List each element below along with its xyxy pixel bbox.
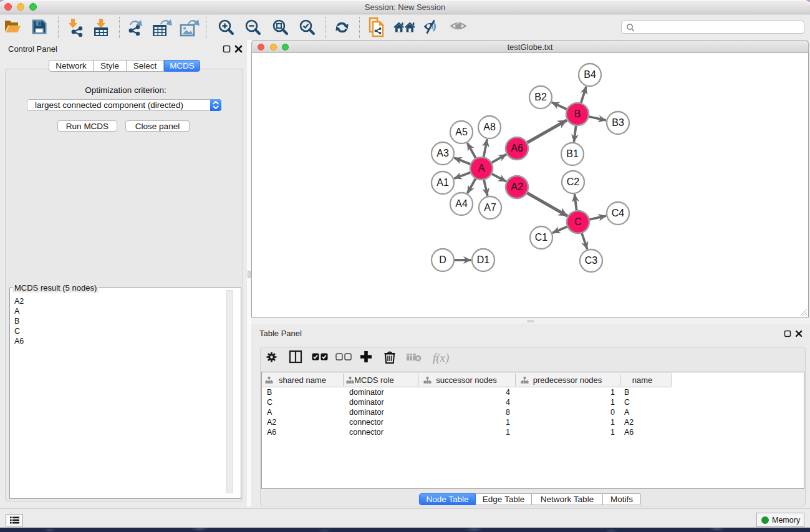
svg-text:B3: B3: [612, 117, 624, 128]
svg-text:C1: C1: [535, 232, 548, 243]
svg-text:A7: A7: [484, 202, 496, 213]
svg-text:A4: A4: [455, 198, 468, 209]
svg-text:A2: A2: [511, 181, 523, 192]
svg-text:C3: C3: [585, 255, 598, 266]
svg-text:A5: A5: [455, 127, 468, 137]
svg-text:A6: A6: [511, 143, 523, 153]
svg-text:B2: B2: [534, 92, 547, 102]
svg-text:C: C: [574, 216, 582, 227]
svg-text:D: D: [439, 254, 446, 265]
svg-text:B4: B4: [584, 69, 596, 80]
svg-text:A: A: [478, 163, 485, 173]
svg-text:B1: B1: [566, 148, 579, 159]
svg-text:C2: C2: [567, 177, 580, 187]
svg-text:C4: C4: [612, 208, 625, 218]
svg-text:A8: A8: [483, 122, 496, 132]
svg-text:B: B: [574, 109, 581, 119]
svg-text:A3: A3: [436, 148, 449, 158]
svg-text:D1: D1: [477, 254, 490, 265]
svg-text:A1: A1: [436, 177, 449, 188]
